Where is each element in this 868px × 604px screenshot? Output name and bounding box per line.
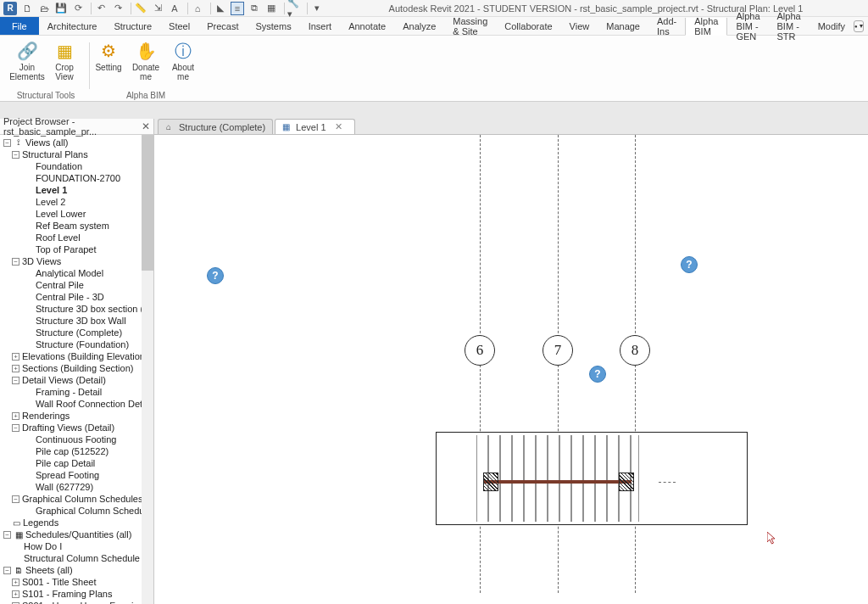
list-item[interactable]: Central Pile xyxy=(0,279,153,291)
customize-icon[interactable]: 🔧▾ xyxy=(287,2,301,15)
tab-annotate[interactable]: Annotate xyxy=(340,17,394,35)
list-item[interactable]: Structure 3D box Wall xyxy=(0,315,153,327)
sections[interactable]: +Sections (Building Section) xyxy=(0,362,153,374)
list-item[interactable]: Level 2 xyxy=(0,196,153,208)
scroll-thumb[interactable] xyxy=(142,135,153,271)
detail-views[interactable]: −Detail Views (Detail) xyxy=(0,374,153,386)
list-item[interactable]: Structural Column Schedule xyxy=(0,552,153,564)
tab-addins[interactable]: Add-Ins xyxy=(648,17,685,35)
section-icon[interactable]: ◣ xyxy=(214,2,227,15)
list-item[interactable]: +S101 - Framing Plans xyxy=(0,588,153,600)
join-elements-button[interactable]: 🔗 Join Elements xyxy=(10,39,44,81)
tab-structure[interactable]: Structure xyxy=(105,17,160,35)
save-icon[interactable]: 💾 xyxy=(54,2,68,15)
crop-view-button[interactable]: ▦ Crop View xyxy=(47,39,81,81)
list-item[interactable]: Continuous Footing xyxy=(0,433,153,445)
setting-button[interactable]: ⚙ Setting xyxy=(92,39,125,81)
views-root[interactable]: −⟟Views (all) xyxy=(0,137,153,148)
tab-collaborate[interactable]: Collaborate xyxy=(496,17,560,35)
tab-steel[interactable]: Steel xyxy=(160,17,198,35)
beam[interactable] xyxy=(483,480,632,484)
list-item[interactable]: Wall Roof Connection Detail xyxy=(0,398,153,410)
open-icon[interactable]: 🗁 xyxy=(37,2,51,15)
renderings[interactable]: +Renderings xyxy=(0,410,153,422)
list-item[interactable]: Level Lower xyxy=(0,208,153,220)
gcs[interactable]: −Graphical Column Schedules xyxy=(0,493,153,505)
grid-bubble-7[interactable]: 7 xyxy=(542,335,573,366)
help-marker[interactable]: ? xyxy=(207,267,224,284)
drawing-canvas[interactable]: 6 7 8 E xyxy=(154,135,868,604)
view-tab-structure-complete[interactable]: ⌂ Structure (Complete) xyxy=(158,119,273,134)
list-item[interactable]: Ref Beam system xyxy=(0,220,153,232)
revit-app-icon[interactable]: R xyxy=(3,2,17,15)
list-item[interactable]: Structure (Complete) xyxy=(0,327,153,338)
list-item[interactable]: +S201 - Upper House Framing xyxy=(0,600,153,604)
help-marker[interactable]: ? xyxy=(681,256,698,273)
switch-windows-icon[interactable]: ▦ xyxy=(264,2,278,15)
list-item[interactable]: Wall (627729) xyxy=(0,481,153,493)
align-icon[interactable]: ⇲ xyxy=(151,2,164,15)
list-item[interactable]: Top of Parapet xyxy=(0,243,153,255)
drafting-views[interactable]: −Drafting Views (Detail) xyxy=(0,422,153,433)
grid-bubble-8[interactable]: 8 xyxy=(620,335,650,366)
list-item[interactable]: Central Pile - 3D xyxy=(0,291,153,303)
tab-analyze[interactable]: Analyze xyxy=(394,17,444,35)
grid-bubble-6[interactable]: 6 xyxy=(465,335,495,366)
measure-icon[interactable]: 📏 xyxy=(134,2,147,15)
list-item[interactable]: +S001 - Title Sheet xyxy=(0,576,153,588)
tab-file[interactable]: File xyxy=(0,17,39,35)
close-icon[interactable]: ✕ xyxy=(335,121,342,132)
project-browser-body[interactable]: −⟟Views (all) −Structural Plans Foundati… xyxy=(0,135,153,604)
list-item[interactable]: Graphical Column Schedule xyxy=(0,505,153,517)
sync-icon[interactable]: ⟳ xyxy=(71,2,85,15)
tab-massing[interactable]: Massing & Site xyxy=(444,17,496,35)
elevations[interactable]: +Elevations (Building Elevation) xyxy=(0,350,153,362)
structural-plans[interactable]: −Structural Plans xyxy=(0,148,153,160)
sheets[interactable]: −🗎Sheets (all) xyxy=(0,564,153,576)
close-hidden-icon[interactable]: ⧉ xyxy=(248,2,261,15)
list-item[interactable]: How Do I xyxy=(0,540,153,552)
tab-alpha-bim-gen[interactable]: Alpha BIM - GEN xyxy=(727,17,768,35)
plan-icon: ▦ xyxy=(281,122,291,132)
donate-button[interactable]: ✋ Donate me xyxy=(129,39,163,81)
thin-lines-icon[interactable]: ≡ xyxy=(231,2,244,15)
schedules[interactable]: −▦Schedules/Quantities (all) xyxy=(0,528,153,540)
3d-icon[interactable]: ⌂ xyxy=(191,2,204,15)
list-item[interactable]: Roof Level xyxy=(0,232,153,243)
tab-manage[interactable]: Manage xyxy=(598,17,648,35)
tab-alpha-bim[interactable]: Alpha BIM xyxy=(685,18,727,36)
help-marker[interactable]: ? xyxy=(589,366,606,383)
close-icon[interactable]: ✕ xyxy=(142,120,150,132)
undo-icon[interactable]: ↶ xyxy=(94,2,108,15)
file-icon[interactable]: 🗋 xyxy=(20,2,34,15)
list-item[interactable]: Pile cap (512522) xyxy=(0,445,153,457)
list-item[interactable]: Structure 3D box section (Framing) xyxy=(0,303,153,315)
tab-systems[interactable]: Systems xyxy=(247,17,299,35)
view-tab-level-1[interactable]: ▦ Level 1 ✕ xyxy=(275,119,354,134)
tab-insert[interactable]: Insert xyxy=(300,17,341,35)
list-item[interactable]: Spread Footing xyxy=(0,469,153,481)
tab-architecture[interactable]: Architecture xyxy=(39,17,106,35)
list-item[interactable]: FOUNDATION-2700 xyxy=(0,172,153,184)
list-item[interactable]: Framing - Detail xyxy=(0,386,153,398)
tab-precast[interactable]: Precast xyxy=(198,17,247,35)
floor-panel xyxy=(476,435,639,522)
tab-modify[interactable]: Modify xyxy=(810,17,854,35)
tab-alpha-bim-str[interactable]: Alpha BIM - STR xyxy=(769,17,810,35)
list-item[interactable]: Pile cap Detail xyxy=(0,457,153,469)
legends[interactable]: ▭Legends xyxy=(0,517,153,528)
redo-icon[interactable]: ↷ xyxy=(111,2,125,15)
ribbon-options[interactable] xyxy=(854,20,864,32)
about-button[interactable]: ⓘ About me xyxy=(166,39,200,81)
tab-view[interactable]: View xyxy=(561,17,598,35)
list-item[interactable]: Analytical Model xyxy=(0,267,153,279)
scrollbar[interactable] xyxy=(142,135,153,604)
list-item[interactable]: Foundation xyxy=(0,160,153,172)
text-icon[interactable]: A xyxy=(168,2,181,15)
list-item[interactable]: Structure (Foundation) xyxy=(0,338,153,350)
column-1[interactable] xyxy=(483,473,498,491)
3d-views[interactable]: −3D Views xyxy=(0,255,153,267)
qat-dropdown-icon[interactable]: ▾ xyxy=(310,2,324,15)
column-2[interactable] xyxy=(619,473,634,491)
list-item-active[interactable]: Level 1 xyxy=(0,184,153,196)
